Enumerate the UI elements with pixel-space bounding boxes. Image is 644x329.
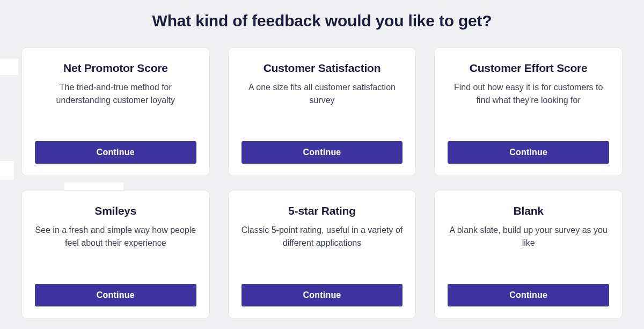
card-description: See in a fresh and simple way how people… — [35, 224, 196, 284]
card-title: Net Promotor Score — [63, 62, 168, 75]
continue-button[interactable]: Continue — [35, 284, 196, 306]
card-net-promotor-score: Net Promotor Score The tried-and-true me… — [21, 47, 210, 176]
card-description: Find out how easy it is for customers to… — [448, 81, 609, 141]
continue-button[interactable]: Continue — [448, 284, 609, 306]
page-title: What kind of feedback would you like to … — [21, 12, 623, 30]
card-customer-satisfaction: Customer Satisfaction A one size fits al… — [228, 47, 416, 176]
continue-button[interactable]: Continue — [241, 141, 403, 164]
feedback-type-picker: What kind of feedback would you like to … — [0, 0, 644, 319]
card-description: A one size fits all customer satisfactio… — [241, 81, 403, 141]
card-description: A blank slate, build up your survey as y… — [448, 224, 609, 284]
card-customer-effort-score: Customer Effort Score Find out how easy … — [434, 47, 623, 176]
card-title: Blank — [514, 204, 544, 217]
feedback-card-grid: Net Promotor Score The tried-and-true me… — [21, 47, 623, 319]
card-title: 5-star Rating — [288, 204, 356, 217]
card-5-star-rating: 5-star Rating Classic 5-point rating, us… — [228, 190, 416, 319]
card-title: Smileys — [94, 204, 136, 217]
card-smileys: Smileys See in a fresh and simple way ho… — [21, 190, 210, 319]
card-description: Classic 5-point rating, useful in a vari… — [241, 224, 403, 284]
card-blank: Blank A blank slate, build up your surve… — [434, 190, 623, 319]
card-description: The tried-and-true method for understand… — [35, 81, 196, 141]
continue-button[interactable]: Continue — [448, 141, 609, 164]
continue-button[interactable]: Continue — [241, 284, 403, 306]
continue-button[interactable]: Continue — [35, 141, 196, 164]
card-title: Customer Satisfaction — [264, 62, 381, 75]
card-title: Customer Effort Score — [470, 62, 588, 75]
